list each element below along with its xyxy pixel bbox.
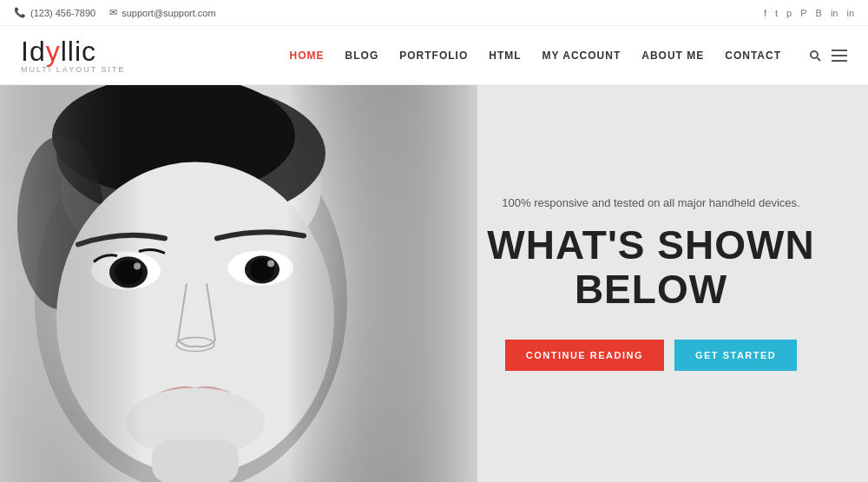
- search-icon: [809, 50, 821, 62]
- svg-line-1: [818, 57, 821, 61]
- nav-home[interactable]: HOME: [290, 50, 325, 62]
- nav-portfolio[interactable]: PORTFOLIO: [399, 50, 468, 62]
- email-contact: ✉ support@support.com: [109, 7, 215, 18]
- phone-icon: 📞: [14, 7, 26, 18]
- email-address: support@support.com: [122, 8, 215, 18]
- hamburger-icon: [832, 50, 847, 62]
- header: Idyllic Multi Layout Site HOME BLOG PORT…: [0, 26, 868, 85]
- hero-image: [0, 85, 477, 482]
- phone-number: (123) 456-7890: [30, 8, 95, 18]
- menu-button[interactable]: [832, 50, 847, 62]
- phone-contact: 📞 (123) 456-7890: [14, 7, 95, 18]
- top-bar: 📞 (123) 456-7890 ✉ support@support.com f…: [0, 0, 868, 26]
- nav-about-me[interactable]: ABOUT ME: [641, 50, 704, 62]
- logo[interactable]: Idyllic Multi Layout Site: [21, 37, 126, 74]
- social-linkedin[interactable]: in: [831, 8, 838, 18]
- hero-title: WHAT'S SHOWN BELOW: [469, 223, 833, 311]
- get-started-button[interactable]: GET STARTED: [674, 340, 797, 371]
- social-pinterest[interactable]: p: [786, 8, 792, 18]
- main-nav: HOME BLOG PORTFOLIO HTML MY ACCOUNT ABOU…: [290, 50, 847, 62]
- social-twitter[interactable]: t: [775, 8, 778, 18]
- top-bar-left: 📞 (123) 456-7890 ✉ support@support.com: [14, 7, 216, 18]
- social-behance[interactable]: B: [816, 8, 822, 18]
- social-pinterest2[interactable]: P: [800, 8, 806, 18]
- hero-content: 100% responsive and tested on all major …: [434, 85, 868, 482]
- social-facebook[interactable]: f: [764, 8, 766, 18]
- logo-text: Idyllic: [21, 37, 126, 65]
- nav-my-account[interactable]: MY ACCOUNT: [542, 50, 621, 62]
- nav-html[interactable]: HTML: [489, 50, 521, 62]
- hero-subtitle: 100% responsive and tested on all major …: [502, 196, 799, 209]
- hero-section: 100% responsive and tested on all major …: [0, 85, 868, 482]
- nav-contact[interactable]: CONTACT: [725, 50, 781, 62]
- svg-point-0: [811, 51, 818, 58]
- continue-reading-button[interactable]: CONTINUE READING: [505, 340, 664, 371]
- social-links: f t p P B in in: [764, 8, 854, 18]
- social-linkedin2[interactable]: in: [846, 8, 854, 18]
- logo-tagline: Multi Layout Site: [21, 66, 126, 74]
- nav-blog[interactable]: BLOG: [345, 50, 379, 62]
- search-button[interactable]: [809, 50, 821, 62]
- nav-icons: [809, 50, 847, 62]
- svg-rect-24: [0, 85, 477, 482]
- email-icon: ✉: [109, 7, 117, 18]
- hero-buttons: CONTINUE READING GET STARTED: [505, 340, 798, 371]
- hero-face-svg: [0, 85, 477, 482]
